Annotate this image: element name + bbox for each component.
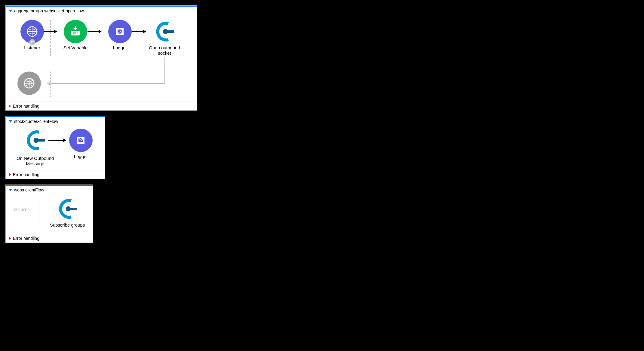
source-separator [39,198,39,230]
source-separator-lower [50,72,51,97]
logger-icon: LOG [69,129,93,152]
error-handling-section[interactable]: Error handling [6,234,93,243]
response-globe-icon [17,72,41,95]
node-on-new-outbound-message[interactable]: → On New Outbound Message [12,129,59,166]
collapse-triangle-icon[interactable] [9,189,12,191]
flow-aggregator-app-websocket-open[interactable]: aggregator-app-websocket-open-flow ⇄ Lis… [5,5,197,111]
websocket-connector-icon [153,20,176,43]
node-label: Subscribe groups [45,222,90,228]
node-label: On New Outbound Message [12,156,59,166]
svg-text:LOG: LOG [117,30,123,33]
node-label: Listener [14,45,50,50]
flow-header[interactable]: stock-quotes-clientFlow [6,117,105,125]
source-separator [50,20,51,56]
svg-point-15 [34,138,39,143]
svg-point-26 [66,206,71,212]
error-handling-label: Error handling [13,104,39,108]
flow-title: webs-clientFlow [14,188,44,192]
svg-rect-23 [79,142,80,144]
node-logger[interactable]: LOG Logger [66,129,96,159]
flow-canvas[interactable]: Source Subscribe groups [6,194,93,234]
flow-canvas[interactable]: ⇄ Listener var Set Variable [6,14,197,102]
svg-point-12 [163,29,168,34]
error-handling-section[interactable]: Error handling [6,102,197,110]
source-arrow-badge-icon: → [33,151,37,155]
error-handling-section[interactable]: Error handling [6,170,105,179]
flow-title: stock-quotes-clientFlow [14,119,58,124]
flow-stock-quotes-client[interactable]: stock-quotes-clientFlow → On New Outboun… [5,116,105,179]
node-label: Set Variable [57,45,94,50]
node-label: Logger [66,154,96,159]
expand-triangle-icon[interactable] [9,237,11,240]
return-path-vertical [164,57,165,84]
websocket-connector-icon [23,129,47,152]
source-placeholder-label: Source [14,207,30,212]
svg-rect-10 [121,33,122,35]
flow-header[interactable]: webs-clientFlow [6,186,93,194]
listener-badge-icon: ⇄ [29,39,35,45]
expand-triangle-icon[interactable] [9,104,11,108]
node-label: Open outbound socket [146,45,182,56]
flow-canvas[interactable]: → On New Outbound Message LOG Logger [6,125,105,170]
svg-rect-13 [167,30,174,33]
node-subscribe-groups[interactable]: Subscribe groups [45,197,90,228]
flow-header[interactable]: aggregator-app-websocket-open-flow [6,7,197,14]
collapse-triangle-icon[interactable] [9,10,12,12]
flow-webs-client[interactable]: webs-clientFlow Source Subscribe groups … [5,185,93,243]
svg-rect-27 [70,208,77,210]
svg-rect-24 [81,142,83,144]
node-response[interactable] [14,72,44,95]
error-handling-label: Error handling [13,236,39,241]
flow-title: aggregator-app-websocket-open-flow [14,8,84,13]
node-label: Logger [102,45,138,50]
websocket-connector-icon [56,197,79,221]
svg-rect-9 [118,33,119,35]
svg-text:var: var [73,31,78,35]
logger-icon: LOG [108,20,132,43]
node-open-outbound-socket[interactable]: Open outbound socket [146,20,182,56]
source-placeholder[interactable]: Source [8,207,36,213]
error-handling-label: Error handling [13,172,39,177]
collapse-triangle-icon[interactable] [9,120,12,123]
node-logger[interactable]: LOG Logger [102,20,138,50]
svg-rect-16 [38,139,45,142]
return-path-horizontal [47,83,165,84]
expand-triangle-icon[interactable] [9,173,11,176]
svg-text:LOG: LOG [78,139,84,142]
listener-icon: ⇄ [20,20,44,43]
node-listener[interactable]: ⇄ Listener [14,20,50,50]
node-set-variable[interactable]: var Set Variable [57,20,94,50]
set-variable-icon: var [64,20,87,43]
source-separator [59,129,59,165]
